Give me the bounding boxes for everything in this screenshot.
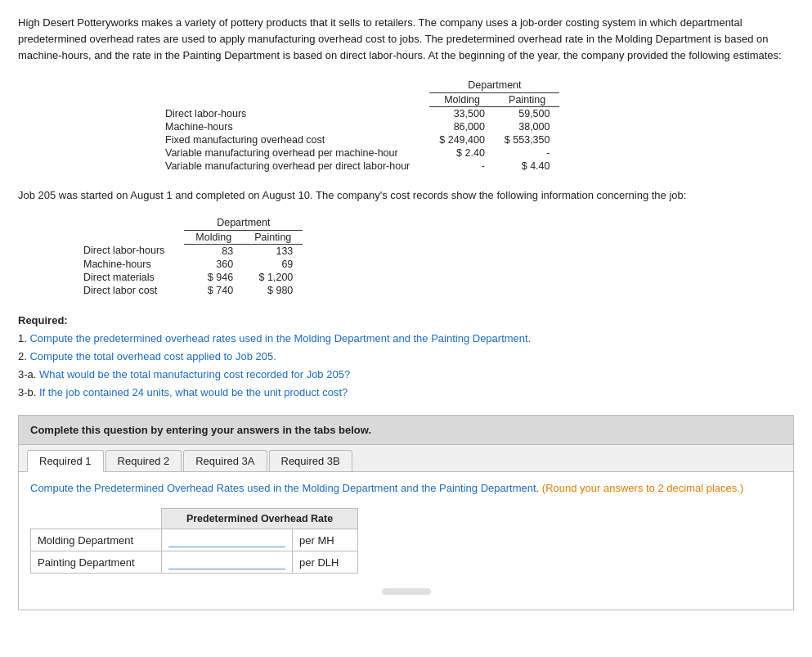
tab-required1[interactable]: Required 1 xyxy=(27,450,104,472)
job-intro-paragraph: Job 205 was started on August 1 and comp… xyxy=(18,187,794,204)
row-label: Variable manufacturing overhead per dire… xyxy=(165,160,429,173)
scrollbar-indicator[interactable] xyxy=(382,588,431,595)
dept-label: Painting Department xyxy=(31,551,162,574)
tab1-instruction-text: Compute the Predetermined Overhead Rates… xyxy=(30,482,539,494)
tab-required3a[interactable]: Required 3A xyxy=(183,450,267,471)
unit-label: per MH xyxy=(293,529,358,551)
table-row: Direct labor-hours 83 133 xyxy=(83,244,303,258)
dept-estimates-table-container: Department Molding Painting Direct labor… xyxy=(165,79,794,173)
painting-value: $ 1,200 xyxy=(243,271,303,284)
row-label: Direct labor-hours xyxy=(83,244,184,258)
tab-required3b[interactable]: Required 3B xyxy=(269,450,352,471)
table-row: Fixed manufacturing overhead cost $ 249,… xyxy=(165,133,559,146)
row-label: Variable manufacturing overhead per mach… xyxy=(165,146,429,160)
table-row: Machine-hours 86,000 38,000 xyxy=(165,120,559,133)
tab1-content: Compute the Predetermined Overhead Rates… xyxy=(19,472,793,610)
answer-row: Molding Department per MH xyxy=(31,529,358,551)
overhead-rate-input[interactable] xyxy=(168,533,285,547)
molding-value: 33,500 xyxy=(429,107,495,121)
molding-value: $ 946 xyxy=(184,271,243,284)
table-row: Direct labor cost $ 740 $ 980 xyxy=(83,284,303,297)
overhead-rate-input-cell[interactable] xyxy=(162,529,293,551)
row-label: Direct materials xyxy=(83,271,184,284)
required-item-3b: 3-b. If the job contained 24 units, what… xyxy=(18,386,348,398)
molding-value: - xyxy=(429,160,495,173)
tabs-container: Required 1 Required 2 Required 3A Requir… xyxy=(18,445,794,610)
table-row: Direct labor-hours 33,500 59,500 xyxy=(165,107,559,121)
required-item-3a: 3-a. What would be the total manufacturi… xyxy=(18,368,350,380)
dept-job205-table: Department Molding Painting Direct labor… xyxy=(83,216,303,297)
molding-value: $ 249,400 xyxy=(429,133,495,146)
painting-value: 133 xyxy=(243,244,303,258)
overhead-rate-input[interactable] xyxy=(168,555,285,569)
painting-value: $ 4.40 xyxy=(495,160,560,173)
required-item-2: 2. Compute the total overhead cost appli… xyxy=(18,350,276,362)
tabs-row: Required 1 Required 2 Required 3A Requir… xyxy=(19,445,793,472)
row-label: Direct labor cost xyxy=(83,284,184,297)
col-painting-1: Painting xyxy=(495,93,560,107)
painting-value: 69 xyxy=(243,258,303,271)
molding-value: $ 2.40 xyxy=(429,146,495,160)
answer-row: Painting Department per DLH xyxy=(31,551,358,574)
table-row: Variable manufacturing overhead per mach… xyxy=(165,146,559,160)
unit-label: per DLH xyxy=(293,551,358,574)
overhead-rate-input-cell[interactable] xyxy=(162,551,293,574)
painting-value: $ 980 xyxy=(243,284,303,297)
required-section: Required: 1. Compute the predetermined o… xyxy=(18,312,794,402)
tab1-instruction: Compute the Predetermined Overhead Rates… xyxy=(30,480,782,497)
row-label: Machine-hours xyxy=(83,258,184,271)
painting-value: 59,500 xyxy=(495,107,560,121)
molding-value: 360 xyxy=(184,258,243,271)
table-row: Variable manufacturing overhead per dire… xyxy=(165,160,559,173)
tab1-instruction-note: (Round your answers to 2 decimal places.… xyxy=(542,482,743,494)
dept-estimates-table: Department Molding Painting Direct labor… xyxy=(165,79,559,173)
required-label: Required: xyxy=(18,314,68,326)
required-item-1: 1. Compute the predetermined overhead ra… xyxy=(18,332,531,344)
col-painting-2: Painting xyxy=(243,230,303,244)
dept-label: Molding Department xyxy=(31,529,162,551)
painting-value: $ 553,350 xyxy=(495,133,560,146)
molding-value: 86,000 xyxy=(429,120,495,133)
dept-job205-table-container: Department Molding Painting Direct labor… xyxy=(83,216,794,297)
molding-value: 83 xyxy=(184,244,243,258)
painting-value: - xyxy=(495,146,560,160)
dept-header-2: Department xyxy=(184,216,303,231)
table-row: Direct materials $ 946 $ 1,200 xyxy=(83,271,303,284)
col-molding-2: Molding xyxy=(184,230,243,244)
intro-paragraph: High Desert Potteryworks makes a variety… xyxy=(18,15,794,64)
row-label: Direct labor-hours xyxy=(165,107,429,121)
painting-value: 38,000 xyxy=(495,120,560,133)
tab-required2[interactable]: Required 2 xyxy=(105,450,182,471)
row-label: Fixed manufacturing overhead cost xyxy=(165,133,429,146)
col-molding-1: Molding xyxy=(429,93,495,107)
answer-table: Predetermined Overhead Rate Molding Depa… xyxy=(30,508,358,574)
answer-table-header: Predetermined Overhead Rate xyxy=(162,509,358,529)
dept-header-1: Department xyxy=(429,79,559,93)
table-row: Machine-hours 360 69 xyxy=(83,258,303,271)
complete-bar: Complete this question by entering your … xyxy=(18,415,794,445)
molding-value: $ 740 xyxy=(184,284,243,297)
complete-bar-text: Complete this question by entering your … xyxy=(30,424,371,436)
row-label: Machine-hours xyxy=(165,120,429,133)
